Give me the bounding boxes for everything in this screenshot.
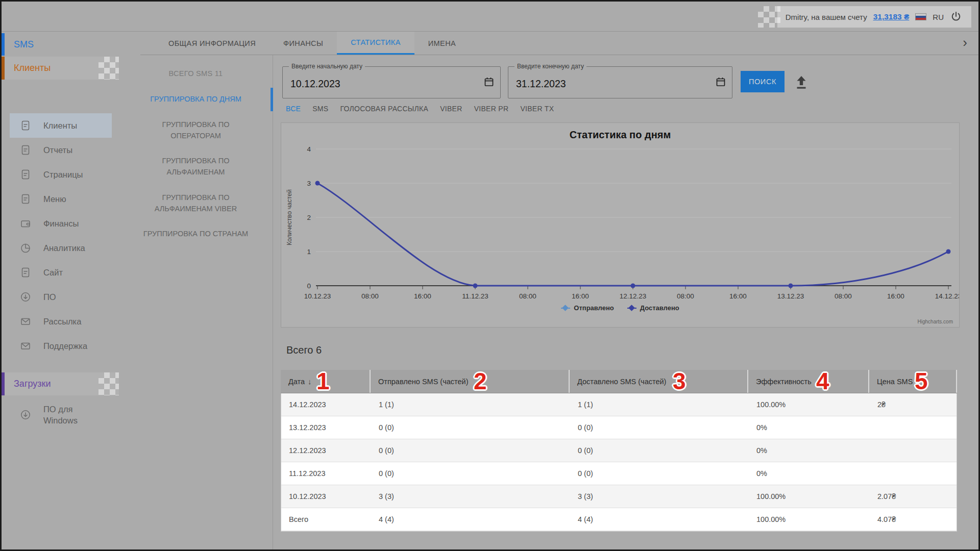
cell-delivered: 1 (1)	[570, 393, 749, 416]
app-window: Dmitry, на вашем счету 31,3183 ₴ RU SMS …	[0, 0, 980, 551]
document-icon	[20, 144, 31, 156]
mail-icon	[20, 316, 31, 327]
diamond-marker-icon	[627, 306, 636, 311]
sidebar-item-label: Отчеты	[43, 145, 72, 156]
sort-descending-icon[interactable]: ↓	[308, 377, 312, 386]
calendar-icon[interactable]	[716, 77, 725, 87]
sidebar-item-label: Аналитика	[43, 243, 85, 254]
sidebar-item-finances[interactable]: Финансы	[10, 211, 112, 236]
sidebar-item-analytics[interactable]: Аналитика	[10, 236, 112, 260]
table-row[interactable]: 12.12.2023 0 (0) 0 (0) 0%	[281, 439, 957, 462]
column-header-delivered[interactable]: Доставлено SMS (частей)	[570, 370, 748, 393]
sidebar-item-po-windows[interactable]: ПО для Windows	[10, 404, 112, 427]
annotation-4: 4	[816, 366, 829, 396]
sidebar-section-sms[interactable]: SMS	[2, 33, 119, 56]
svg-text:12.12.23: 12.12.23	[620, 292, 647, 300]
logout-power-icon[interactable]	[950, 11, 962, 23]
balance-link[interactable]: 31,3183 ₴	[873, 12, 910, 21]
svg-text:3: 3	[307, 180, 311, 187]
submenu-group-by-days[interactable]: ГРУППИРОВКА ПО ДНЯМ	[119, 91, 273, 108]
x-axis-labels: 10.12.23 08:00 16:00 11.12.23 08:00 16:0…	[304, 292, 959, 300]
tab-statistics[interactable]: СТАТИСТИКА	[337, 32, 414, 55]
document-icon	[20, 193, 31, 205]
start-date-field[interactable]: Введите начальную дату 10.12.2023	[282, 66, 501, 98]
sidebar-item-software[interactable]: ПО	[10, 285, 112, 309]
legend-item-delivered[interactable]: Доставлено	[627, 304, 679, 312]
cell-delivered: 0 (0)	[570, 462, 749, 485]
chart-canvas: 4 3 2 1 0 10.12.23 08:00 16:00 11.12.23 …	[281, 123, 959, 327]
legend-item-sent[interactable]: Отправлено	[561, 304, 614, 312]
submenu-group-by-countries[interactable]: ГРУППИРОВКА ПО СТРАНАМ	[119, 226, 273, 243]
end-date-field[interactable]: Введите конечную дату 31.12.2023	[508, 66, 732, 98]
sidebar-section-clients[interactable]: Клиенты	[2, 57, 119, 80]
document-icon	[20, 169, 31, 180]
sidebar-item-label: Сайт	[43, 267, 63, 278]
column-label: Эффективность	[756, 378, 812, 386]
cell-sent: 4 (4)	[371, 508, 570, 531]
sidebar-item-label: Меню	[43, 194, 66, 205]
column-header-sent[interactable]: Отправлено SMS (частей)	[371, 370, 570, 393]
tab-finances[interactable]: ФИНАНСЫ	[270, 32, 337, 55]
language-label[interactable]: RU	[933, 13, 944, 21]
diamond-marker-icon	[561, 306, 570, 311]
type-tab-viber-pr[interactable]: VIBER PR	[474, 105, 509, 113]
tab-general-info[interactable]: ОБЩАЯ ИНФОРМАЦИЯ	[155, 32, 270, 55]
submenu-group-by-operators[interactable]: ГРУППИРОВКА ПО ОПЕРАТОРАМ	[119, 116, 273, 145]
table-row[interactable]: 14.12.2023 1 (1) 1 (1) 100.00% 2₴	[281, 393, 957, 416]
search-button[interactable]: ПОИСК	[741, 71, 785, 92]
submenu-group-by-alphanames-viber[interactable]: ГРУППИРОВКА ПО АЛЬФАИМЕНАМ VIBER	[119, 189, 273, 218]
table-total-caption: Всего 6	[286, 344, 322, 356]
submenu-label: ГРУППИРОВКА ПО	[132, 119, 259, 131]
submenu-group-by-alphanames[interactable]: ГРУППИРОВКА ПО АЛЬФАИМЕНАМ	[119, 153, 273, 181]
annotation-3: 3	[673, 366, 686, 396]
table-row[interactable]: 10.12.2023 3 (3) 3 (3) 100.00% 2.07₴	[281, 485, 957, 508]
sidebar-item-clients[interactable]: Клиенты	[10, 113, 112, 138]
svg-text:10.12.23: 10.12.23	[304, 292, 331, 300]
chevron-right-icon[interactable]: ›	[963, 35, 967, 51]
highcharts-credits[interactable]: Highcharts.com	[918, 319, 953, 324]
table-row[interactable]: 11.12.2023 0 (0) 0 (0) 0%	[281, 462, 957, 485]
end-date-label: Введите конечную дату	[514, 63, 586, 70]
submenu-label: ГРУППИРОВКА ПО	[132, 192, 259, 204]
start-date-label: Введите начальную дату	[289, 63, 365, 70]
sidebar-item-mailing[interactable]: Рассылка	[10, 309, 112, 334]
checker-decoration	[99, 57, 119, 80]
russian-flag-icon[interactable]	[915, 13, 926, 20]
svg-text:16:00: 16:00	[887, 292, 904, 300]
sidebar-item-menu[interactable]: Меню	[10, 187, 112, 211]
type-tab-voice[interactable]: ГОЛОСОВАЯ РАССЫЛКА	[340, 105, 428, 113]
column-header-efficiency[interactable]: Эффективность	[748, 370, 869, 393]
type-tab-sms[interactable]: SMS	[312, 105, 328, 113]
tab-names[interactable]: ИМЕНА	[414, 32, 470, 55]
type-tab-all[interactable]: ВСЕ	[286, 105, 301, 113]
type-tab-viber[interactable]: VIBER	[440, 105, 462, 113]
start-date-value[interactable]: 10.12.2023	[290, 78, 340, 90]
svg-text:0: 0	[307, 282, 311, 290]
table-row-total[interactable]: Всего 4 (4) 4 (4) 100.00% 4.07₴	[281, 508, 957, 531]
cell-delivered: 4 (4)	[570, 508, 749, 531]
cell-efficiency: 0%	[749, 416, 870, 439]
cell-delivered: 0 (0)	[570, 439, 749, 462]
calendar-icon[interactable]	[484, 77, 494, 87]
sidebar-item-site[interactable]: Сайт	[10, 260, 112, 285]
sidebar-section-downloads[interactable]: Загрузки	[2, 372, 119, 395]
sidebar-item-support[interactable]: Поддержка	[10, 334, 112, 358]
type-tab-viber-tx[interactable]: VIBER TX	[520, 105, 554, 113]
end-date-value[interactable]: 31.12.2023	[516, 78, 566, 90]
table-row[interactable]: 13.12.2023 0 (0) 0 (0) 0%	[281, 416, 957, 439]
column-header-price[interactable]: Цена SMS	[869, 370, 957, 393]
submenu-label: ГРУППИРОВКА ПО	[132, 156, 259, 167]
download-icon	[20, 409, 31, 420]
table-header-row: Дата ↓ Отправлено SMS (частей) Доставлен…	[281, 370, 957, 393]
cell-sent: 0 (0)	[371, 416, 570, 439]
upload-icon[interactable]	[795, 74, 808, 90]
sidebar-item-label: Страницы	[43, 169, 83, 180]
document-icon	[20, 120, 31, 131]
sidebar-item-pages[interactable]: Страницы	[10, 162, 112, 187]
gridlines	[316, 149, 951, 252]
sidebar-item-label: Поддержка	[43, 341, 87, 352]
annotation-2: 2	[474, 366, 487, 396]
sidebar-item-reports[interactable]: Отчеты	[10, 138, 112, 162]
chart-legend: Отправлено Доставлено	[281, 304, 959, 312]
cell-sent: 0 (0)	[371, 439, 570, 462]
